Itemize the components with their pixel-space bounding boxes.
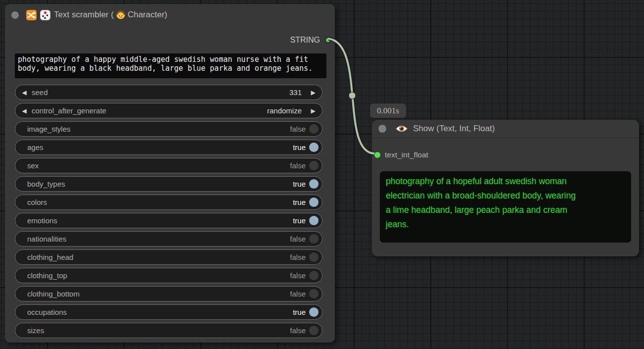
toggle-value: true (293, 216, 306, 225)
input-label: text_int_float (385, 150, 428, 159)
toggle-label: occupations (27, 308, 67, 316)
toggle-sizes[interactable]: sizesfalse (15, 323, 322, 338)
toggle-knob[interactable] (309, 216, 319, 225)
widget-value: randomize (267, 106, 302, 115)
toggle-clothing_bottom[interactable]: clothing_bottomfalse (15, 286, 322, 301)
link-wire (328, 39, 374, 153)
output-slot-string: STRING (290, 36, 320, 45)
toggle-knob[interactable] (309, 326, 319, 335)
node-titlebar[interactable]: Text scrambler ( Character) (5, 4, 335, 26)
toggle-clothing_head[interactable]: clothing_headfalse (15, 249, 322, 265)
node-titlebar[interactable]: Show (Text, Int, Float) (372, 120, 639, 138)
toggle-clothing_top[interactable]: clothing_topfalse (15, 268, 322, 283)
collapse-dot[interactable] (11, 11, 19, 19)
toggle-label: image_styles (27, 125, 71, 133)
node-title: Show (Text, Int, Float) (413, 124, 495, 134)
widget-label: seed (32, 88, 48, 97)
widget-list: ◀seed331▶◀control_after_generaterandomiz… (15, 85, 322, 338)
toggle-occupations[interactable]: occupationstrue (15, 304, 322, 320)
eye-icon (395, 124, 408, 133)
toggle-label: clothing_top (27, 271, 67, 280)
widget-value: 331 (289, 88, 302, 97)
toggle-value: false (290, 326, 306, 335)
toggle-value: true (293, 143, 306, 151)
toggle-label: sex (27, 161, 39, 170)
toggle-value: false (290, 161, 306, 170)
node-text-scrambler[interactable]: Text scrambler ( Character) STRING photo… (5, 4, 335, 343)
person-icon (116, 10, 125, 19)
node-show-text-int-float[interactable]: Show (Text, Int, Float) text_int_float p… (372, 120, 639, 256)
toggle-value: true (293, 308, 306, 316)
toggle-image_styles[interactable]: image_stylesfalse (15, 121, 322, 137)
toggle-value: true (293, 198, 306, 206)
toggle-knob[interactable] (309, 143, 319, 152)
input-slot-text-int-float: text_int_float (374, 150, 428, 159)
toggle-knob[interactable] (309, 307, 319, 317)
toggle-sex[interactable]: sexfalse (15, 158, 322, 173)
toggle-label: emotions (27, 216, 57, 225)
toggle-value: true (293, 180, 306, 188)
toggle-knob[interactable] (309, 198, 319, 207)
toggle-value: false (290, 290, 306, 298)
widget-seed[interactable]: ◀seed331▶ (15, 85, 322, 100)
toggle-emotions[interactable]: emotionstrue (15, 213, 322, 228)
decrement-arrow-icon[interactable]: ◀ (19, 107, 30, 114)
toggle-colors[interactable]: colorstrue (15, 195, 322, 210)
increment-arrow-icon[interactable]: ▶ (308, 89, 319, 96)
link-midpoint-dot[interactable] (349, 92, 356, 99)
toggle-label: ages (27, 143, 44, 151)
increment-arrow-icon[interactable]: ▶ (308, 107, 319, 114)
input-port-text-int-float[interactable] (374, 152, 380, 158)
execution-time-badge: 0.001s (370, 103, 406, 118)
toggle-label: nationalities (27, 235, 66, 243)
toggle-knob[interactable] (309, 252, 319, 262)
toggle-knob[interactable] (309, 234, 319, 244)
dice-icon (40, 10, 50, 20)
toggle-label: clothing_head (27, 253, 73, 261)
link-wire-shadow (328, 39, 374, 153)
toggle-body_types[interactable]: body_typestrue (15, 176, 322, 192)
widget-label: control_after_generate (32, 106, 106, 115)
toggle-knob[interactable] (309, 289, 319, 299)
output-port-string[interactable] (325, 37, 331, 43)
toggle-ages[interactable]: agestrue (15, 140, 322, 155)
toggle-knob[interactable] (309, 179, 319, 189)
result-text[interactable]: photography of a hopeful adult swedish w… (380, 171, 631, 243)
output-label: STRING (290, 36, 320, 44)
toggle-label: body_types (27, 180, 65, 188)
toggle-label: clothing_bottom (27, 290, 80, 298)
toggle-knob[interactable] (309, 271, 319, 280)
toggle-label: colors (27, 198, 47, 206)
decrement-arrow-icon[interactable]: ◀ (19, 89, 30, 96)
prompt-textarea[interactable]: photography of a happy middle-aged swedi… (15, 53, 326, 78)
toggle-knob[interactable] (309, 124, 319, 134)
widget-control_after_generate[interactable]: ◀control_after_generaterandomize▶ (15, 103, 322, 118)
toggle-nationalities[interactable]: nationalitiesfalse (15, 231, 322, 247)
collapse-dot[interactable] (378, 125, 386, 133)
toggle-value: false (290, 235, 306, 243)
toggle-value: false (290, 253, 306, 261)
graph-canvas[interactable]: Text scrambler ( Character) STRING photo… (0, 0, 644, 349)
toggle-value: false (290, 271, 306, 280)
toggle-value: false (290, 125, 306, 133)
node-title: Text scrambler ( Character) (54, 10, 167, 20)
toggle-label: sizes (27, 326, 44, 335)
toggle-knob[interactable] (309, 161, 319, 170)
shuffle-icon (26, 10, 37, 20)
